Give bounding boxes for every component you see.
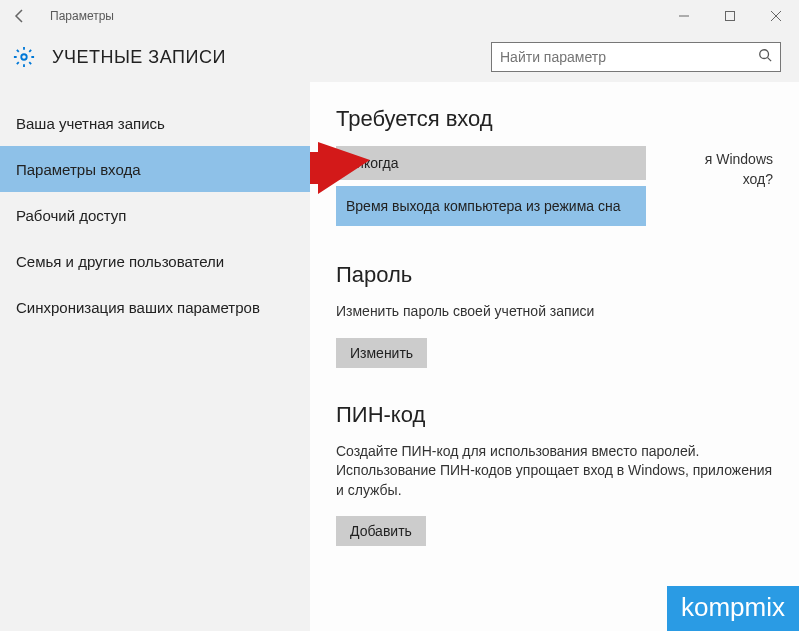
section-heading-pin: ПИН-код <box>336 402 773 428</box>
require-signin-selected[interactable]: Никогда <box>336 146 646 180</box>
section-heading-password: Пароль <box>336 262 773 288</box>
require-signin-option-sleep[interactable]: Время выхода компьютера из режима сна <box>336 186 646 226</box>
pin-description: Создайте ПИН-код для использования вмест… <box>336 442 773 501</box>
header: УЧЕТНЫЕ ЗАПИСИ <box>0 32 799 82</box>
maximize-button[interactable] <box>707 0 753 32</box>
dropdown-option-label: Время выхода компьютера из режима сна <box>346 198 620 214</box>
sidebar-item-signin-options[interactable]: Параметры входа <box>0 146 310 192</box>
gear-icon <box>12 45 36 69</box>
sidebar: Ваша учетная запись Параметры входа Рабо… <box>0 82 310 631</box>
titlebar: Параметры <box>0 0 799 32</box>
section-password: Пароль Изменить пароль своей учетной зап… <box>336 262 773 368</box>
sidebar-item-work-access[interactable]: Рабочий доступ <box>0 192 310 238</box>
sidebar-item-label: Параметры входа <box>16 161 141 178</box>
svg-point-5 <box>760 50 769 59</box>
content: Ваша учетная запись Параметры входа Рабо… <box>0 82 799 631</box>
section-heading-signin: Требуется вход <box>336 106 773 132</box>
svg-marker-7 <box>310 142 370 194</box>
require-signin-dropdown-area: я Windows ход? Никогда Время выхода комп… <box>336 146 773 226</box>
search-icon <box>758 48 772 66</box>
minimize-button[interactable] <box>661 0 707 32</box>
password-description: Изменить пароль своей учетной записи <box>336 302 773 322</box>
window-title: Параметры <box>50 9 114 23</box>
watermark-text: kompmix <box>681 592 785 622</box>
sidebar-item-label: Рабочий доступ <box>16 207 126 224</box>
sidebar-item-sync[interactable]: Синхронизация ваших параметров <box>0 284 310 330</box>
sidebar-item-account[interactable]: Ваша учетная запись <box>0 100 310 146</box>
sidebar-item-label: Синхронизация ваших параметров <box>16 299 260 316</box>
main-panel: Требуется вход я Windows ход? Никогда Вр… <box>310 82 799 631</box>
window-controls <box>661 0 799 32</box>
page-title: УЧЕТНЫЕ ЗАПИСИ <box>52 47 226 68</box>
search-input[interactable] <box>500 49 758 65</box>
svg-point-4 <box>21 54 27 60</box>
sidebar-item-label: Семья и другие пользователи <box>16 253 224 270</box>
sidebar-item-family[interactable]: Семья и другие пользователи <box>0 238 310 284</box>
add-pin-button[interactable]: Добавить <box>336 516 426 546</box>
svg-rect-1 <box>726 12 735 21</box>
close-button[interactable] <box>753 0 799 32</box>
change-password-button[interactable]: Изменить <box>336 338 427 368</box>
search-box[interactable] <box>491 42 781 72</box>
watermark: kompmix <box>667 586 799 631</box>
section-require-signin: Требуется вход я Windows ход? Никогда Вр… <box>336 106 773 226</box>
sidebar-item-label: Ваша учетная запись <box>16 115 165 132</box>
signin-description-partial: я Windows ход? <box>705 150 773 189</box>
svg-line-6 <box>768 58 772 62</box>
section-pin: ПИН-код Создайте ПИН-код для использован… <box>336 402 773 547</box>
annotation-arrow-icon <box>310 140 372 214</box>
back-button[interactable] <box>8 4 32 28</box>
